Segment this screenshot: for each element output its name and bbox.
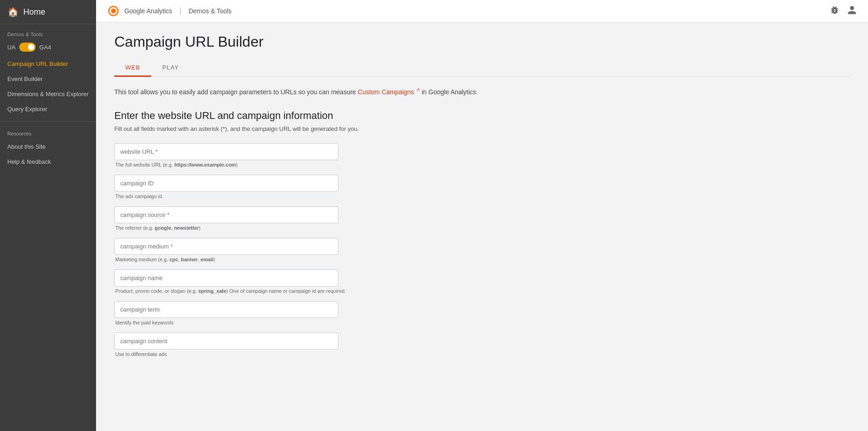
ua-ga4-toggle-row: UA GA4 [0,40,96,56]
ua-label: UA [7,44,16,51]
main-content: Google Analytics | Demos & Tools Campaig… [96,0,868,431]
campaign-name-input[interactable] [114,269,338,286]
description-part2: in Google Analytics. [422,88,478,96]
campaign-source-hint: The referrer (e.g. google, newsletter) [114,225,850,231]
campaign-source-field: The referrer (e.g. google, newsletter) [114,206,850,231]
page-title: Campaign URL Builder [114,33,850,50]
campaign-id-hint: The ads campaign id. [114,194,850,199]
tabs: WEB PLAY [114,59,850,77]
ga4-label: GA4 [39,44,51,51]
home-label[interactable]: Home [23,7,45,17]
campaign-medium-field: Marketing medium (e.g. cpc, banner, emai… [114,238,850,262]
form-section-title: Enter the website URL and campaign infor… [114,110,850,122]
bug-icon[interactable] [830,5,840,17]
brand-separator: | [179,7,181,15]
brand-name: Google Analytics [124,7,172,15]
campaign-content-input[interactable] [114,333,338,350]
sidebar-item-dimensions-metrics[interactable]: Dimensions & Metrics Explorer [0,86,96,102]
sidebar-item-help-feedback[interactable]: Help & feedback [0,154,96,169]
demos-tools-label: Demos & Tools [0,24,96,40]
campaign-term-input[interactable] [114,301,338,318]
svg-point-2 [111,9,116,13]
topbar: Google Analytics | Demos & Tools [96,0,868,22]
campaign-name-field: Product, promo code, or slogan (e.g. spr… [114,269,850,294]
sidebar-item-about-site[interactable]: About this Site [0,139,96,154]
campaign-name-hint: Product, promo code, or slogan (e.g. spr… [114,288,850,294]
topbar-icons [830,5,857,17]
sidebar-divider [0,121,96,122]
website-url-hint: The full website URL (e.g. https://www.e… [114,162,850,167]
topbar-brand: Google Analytics | Demos & Tools [107,5,231,17]
description: This tool allows you to easily add campa… [114,86,850,97]
user-icon[interactable] [847,5,857,17]
sidebar-item-event-builder[interactable]: Event Builder [0,71,96,86]
tab-play[interactable]: PLAY [151,59,190,77]
campaign-id-input[interactable] [114,175,338,192]
campaign-content-hint: Use to differentiate ads [114,351,850,357]
brand-tools: Demos & Tools [188,7,231,15]
campaign-term-field: Identify the paid keywords [114,301,850,325]
campaign-content-field: Use to differentiate ads [114,333,850,357]
sidebar-item-query-explorer[interactable]: Query Explorer [0,102,96,117]
tab-web[interactable]: WEB [114,59,151,77]
campaign-medium-hint: Marketing medium (e.g. cpc, banner, emai… [114,257,850,262]
ua-ga4-toggle[interactable] [19,43,36,52]
campaign-term-hint: Identify the paid keywords [114,320,850,325]
resources-label: Resources [0,126,96,139]
description-part1: This tool allows you to easily add campa… [114,88,358,96]
sidebar-item-campaign-url-builder[interactable]: Campaign URL Builder [0,56,96,71]
form-section-subtitle: Fill out all fields marked with an aster… [114,125,850,132]
page-content: Campaign URL Builder WEB PLAY This tool … [96,22,868,375]
sidebar: 🏠 Home Demos & Tools UA GA4 Campaign URL… [0,0,96,431]
website-url-field: The full website URL (e.g. https://www.e… [114,143,850,167]
sidebar-header: 🏠 Home [0,0,96,24]
campaign-id-field: The ads campaign id. [114,175,850,199]
campaign-source-input[interactable] [114,206,338,223]
campaign-medium-input[interactable] [114,238,338,255]
website-url-input[interactable] [114,143,338,160]
custom-campaigns-link[interactable]: Custom Campaigns ↗ [358,88,422,96]
home-icon: 🏠 [7,6,19,17]
ga-logo-icon [107,5,120,17]
